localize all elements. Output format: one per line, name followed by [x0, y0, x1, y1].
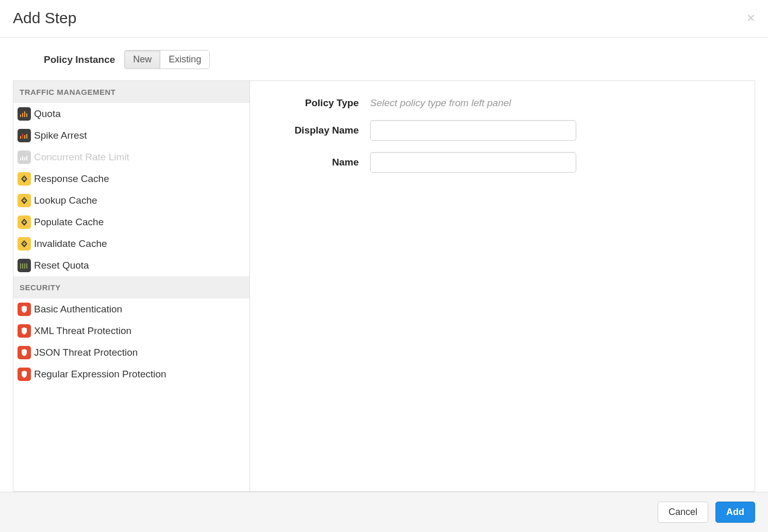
policy-label: Invalidate Cache: [34, 238, 107, 250]
modal-body: Policy Instance New Existing TRAFFIC MAN…: [0, 38, 768, 492]
section-security: SECURITY: [13, 276, 249, 298]
svg-rect-3: [26, 113, 27, 117]
policy-reset-quota[interactable]: Reset Quota: [13, 255, 249, 276]
svg-rect-5: [22, 134, 23, 139]
display-name-input[interactable]: [370, 120, 576, 141]
policy-regular-expression-protection[interactable]: Regular Expression Protection: [13, 363, 249, 385]
modal-title: Add Step: [13, 9, 76, 27]
policy-type-label: Policy Type: [275, 97, 370, 109]
policy-spike-arrest[interactable]: Spike Arrest: [13, 125, 249, 146]
cache-icon: [18, 172, 31, 186]
svg-rect-14: [24, 263, 25, 269]
policy-label: Regular Expression Protection: [34, 369, 166, 380]
cache-icon: [18, 237, 31, 251]
svg-rect-1: [22, 113, 23, 117]
shield-icon: [18, 303, 31, 316]
form-row-policy-type: Policy Type Select policy type from left…: [275, 97, 730, 109]
policy-label: Lookup Cache: [34, 195, 97, 206]
policy-instance-toggle: New Existing: [124, 50, 210, 69]
svg-rect-2: [24, 111, 25, 117]
policy-label: Concurrent Rate Limit: [34, 152, 129, 163]
policy-label: JSON Threat Protection: [34, 347, 138, 358]
svg-rect-0: [20, 114, 21, 117]
policy-json-threat-protection[interactable]: JSON Threat Protection: [13, 342, 249, 363]
policy-label: Reset Quota: [34, 260, 89, 271]
close-icon[interactable]: ×: [747, 11, 755, 25]
add-button[interactable]: Add: [715, 502, 755, 523]
name-label: Name: [275, 157, 370, 168]
form-row-name: Name: [275, 152, 730, 173]
svg-rect-11: [26, 156, 27, 160]
add-step-modal: Add Step × Policy Instance New Existing …: [0, 0, 768, 532]
bars-icon: [18, 151, 31, 164]
policy-response-cache[interactable]: Response Cache: [13, 168, 249, 190]
svg-rect-6: [24, 135, 25, 139]
panels: TRAFFIC MANAGEMENT Quota Spike Arrest: [0, 80, 768, 492]
name-input[interactable]: [370, 152, 576, 173]
section-traffic-management: TRAFFIC MANAGEMENT: [13, 81, 249, 103]
svg-rect-4: [20, 136, 21, 139]
policy-label: Basic Authentication: [34, 304, 122, 315]
policy-basic-authentication[interactable]: Basic Authentication: [13, 298, 249, 320]
tab-existing[interactable]: Existing: [160, 51, 209, 69]
policy-label: Populate Cache: [34, 217, 104, 228]
cache-icon: [18, 215, 31, 229]
policy-type-list[interactable]: TRAFFIC MANAGEMENT Quota Spike Arrest: [13, 80, 250, 492]
modal-footer: Cancel Add: [0, 492, 768, 532]
policy-quota[interactable]: Quota: [13, 103, 249, 125]
svg-rect-12: [20, 263, 21, 269]
policy-xml-threat-protection[interactable]: XML Threat Protection: [13, 320, 249, 342]
tab-new[interactable]: New: [125, 51, 160, 69]
svg-rect-13: [22, 263, 23, 269]
modal-header: Add Step ×: [0, 0, 768, 38]
display-name-label: Display Name: [275, 125, 370, 136]
svg-rect-15: [26, 263, 27, 269]
svg-rect-7: [26, 134, 27, 139]
cancel-button[interactable]: Cancel: [658, 502, 708, 523]
policy-instance-row: Policy Instance New Existing: [0, 38, 768, 80]
policy-form: Policy Type Select policy type from left…: [250, 80, 755, 492]
policy-populate-cache[interactable]: Populate Cache: [13, 211, 249, 233]
svg-rect-10: [24, 157, 25, 160]
policy-label: Quota: [34, 108, 61, 120]
form-row-display-name: Display Name: [275, 120, 730, 141]
shield-icon: [18, 346, 31, 359]
policy-type-placeholder: Select policy type from left panel: [370, 97, 511, 108]
bars-icon: [18, 107, 31, 121]
policy-label: XML Threat Protection: [34, 325, 131, 337]
policy-invalidate-cache[interactable]: Invalidate Cache: [13, 233, 249, 255]
policy-label: Spike Arrest: [34, 130, 87, 141]
policy-concurrent-rate-limit: Concurrent Rate Limit: [13, 146, 249, 168]
bars-icon: [18, 129, 31, 142]
svg-rect-9: [22, 156, 23, 160]
shield-icon: [18, 368, 31, 381]
policy-lookup-cache[interactable]: Lookup Cache: [13, 190, 249, 211]
policy-instance-label: Policy Instance: [44, 54, 115, 65]
svg-rect-8: [20, 158, 21, 160]
bars-icon: [18, 259, 31, 272]
policy-label: Response Cache: [34, 173, 109, 185]
shield-icon: [18, 324, 31, 338]
cache-icon: [18, 194, 31, 207]
